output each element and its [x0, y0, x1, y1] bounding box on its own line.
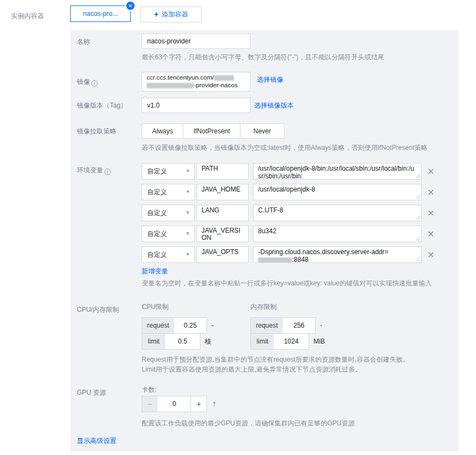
env-type-select[interactable]: 自定义 ▼ [142, 184, 195, 200]
gpu-count-input[interactable] [158, 396, 191, 412]
instance-container-form: 实例内容器 nacos-pro... ✕ +添加容器 名称 最长63个字符，只能… [0, 0, 476, 455]
cpu-limit-label: limit [142, 333, 166, 350]
redacted-text [214, 75, 234, 81]
resize-handle[interactable] [415, 173, 420, 178]
env-key-input[interactable]: PATH [197, 163, 249, 179]
name-label: 名称 [77, 37, 90, 47]
env-value-input[interactable]: 8u342 [253, 226, 422, 242]
env-value-input[interactable]: C.UTF-8 [253, 205, 422, 221]
container-tab-nacos-provider[interactable]: nacos-pro... [70, 5, 131, 22]
memory-unit: MiB [313, 333, 325, 350]
env-key-input[interactable]: LANG [197, 205, 249, 221]
remove-env-row-icon[interactable]: ✕ [427, 251, 434, 260]
memory-range-dash: - [320, 317, 322, 334]
add-env-var-link[interactable]: 新增变量 [142, 267, 168, 276]
resize-handle[interactable] [415, 256, 420, 261]
remove-env-row-icon[interactable]: ✕ [427, 230, 434, 239]
add-container-label: 添加容器 [162, 10, 188, 18]
env-value-input[interactable]: -Dspring.cloud.nacos.discovery.server-ad… [253, 246, 422, 263]
caret-down-icon: ▼ [186, 205, 190, 221]
info-icon: i [91, 80, 98, 87]
memory-limit-label: limit [250, 333, 275, 350]
redacted-text [147, 83, 194, 88]
pull-policy-hint: 若不设置镜像拉取策略，当镜像版本为空或:latest时，使用Always策略，否… [142, 143, 428, 153]
resources-hint-line1: Request用于预分配资源,当集群中的节点没有request所要求的资源数量时… [142, 355, 409, 364]
image-input[interactable]: ccr.ccs.tencentyun.com/-provider-nacos [142, 72, 250, 92]
redacted-text [258, 257, 292, 263]
caret-down-icon: ▼ [186, 184, 190, 200]
section-label: 实例内容器 [11, 12, 44, 21]
tag-label: 镜像版本（Tag） [77, 101, 127, 110]
gpu-count-label: 卡数: [142, 385, 156, 395]
plus-icon: + [154, 10, 158, 19]
caret-down-icon: ▼ [186, 164, 190, 179]
gpu-minus-button[interactable]: − [142, 396, 158, 412]
show-advanced-settings-link[interactable]: 显示高级设置 [77, 436, 116, 446]
tab-close-icon[interactable]: ✕ [125, 1, 136, 11]
cpu-request-input[interactable] [174, 317, 207, 334]
cpu-limit-input[interactable] [165, 333, 200, 350]
cpu-unit: 核 [205, 333, 211, 350]
name-input[interactable] [142, 33, 250, 49]
env-hint: 变量名为空时，在变量名称中粘贴一行或多行key=value或key: value… [142, 279, 432, 288]
remove-env-row-icon[interactable]: ✕ [427, 188, 434, 197]
gpu-hint: 配置该工作负载使用的最少GPU资源，请确保集群内已有足够的GPU资源 [142, 419, 355, 428]
pull-policy-label: 镜像拉取策略 [77, 127, 116, 136]
resources-label: CPU/内存限制 [77, 305, 119, 314]
select-image-link[interactable]: 选择镜像 [257, 75, 283, 85]
name-hint: 最长63个字符，只能包含小写字母、数字及分隔符("-")，且不能以分隔符开头或结… [142, 53, 384, 62]
policy-never-button[interactable]: Never [240, 123, 284, 139]
cpu-range-dash: - [211, 317, 214, 334]
container-settings-panel: 名称 最长63个字符，只能包含小写字母、数字及分隔符("-")，且不能以分隔符开… [70, 30, 458, 452]
memory-request-input[interactable] [283, 317, 316, 334]
env-type-select[interactable]: 自定义 ▼ [142, 226, 195, 242]
resize-handle[interactable] [415, 235, 420, 240]
cpu-request-label: request [142, 317, 175, 334]
env-type-select[interactable]: 自定义 ▼ [142, 205, 195, 221]
caret-down-icon: ▼ [186, 247, 190, 262]
resize-handle[interactable] [415, 194, 420, 199]
add-container-button[interactable]: +添加容器 [141, 7, 201, 23]
remove-env-row-icon[interactable]: ✕ [427, 167, 434, 176]
env-value-input[interactable]: /usr/local/openjdk-8/bin:/usr/local/sbin… [253, 163, 422, 179]
env-type-select[interactable]: 自定义 ▼ [142, 246, 195, 263]
select-tag-link[interactable]: 选择镜像版本 [254, 101, 294, 110]
caret-down-icon: ▼ [186, 226, 190, 241]
policy-ifnotpresent-button[interactable]: IfNotPresent [183, 123, 240, 139]
resize-handle[interactable] [415, 215, 420, 220]
policy-always-button[interactable]: Always [142, 123, 183, 139]
pull-policy-group: Always IfNotPresent Never [142, 123, 284, 139]
tag-input[interactable] [142, 98, 250, 113]
gpu-label: GPU 资源 [77, 388, 106, 397]
memory-limit-input[interactable] [274, 333, 309, 350]
env-key-input[interactable]: JAVA_HOME [197, 184, 249, 200]
resources-hint-line2: Limit用于设置容器使用资源的最大上限,避免异常情况下节点资源消耗过多。 [142, 365, 362, 374]
env-key-input[interactable]: JAVA_VERSION [197, 226, 249, 242]
memory-limit-title: 内存限制 [250, 302, 277, 312]
arrow-up-icon: ↑ [212, 396, 216, 412]
cpu-limit-title: CPU限制 [142, 302, 169, 312]
info-icon: i [104, 168, 111, 175]
env-type-select[interactable]: 自定义 ▼ [142, 163, 195, 179]
env-key-input[interactable]: JAVA_OPTS [197, 246, 249, 263]
memory-request-label: request [250, 317, 283, 334]
image-label: 镜像i [77, 77, 98, 87]
remove-env-row-icon[interactable]: ✕ [427, 209, 434, 218]
gpu-plus-button[interactable]: + [191, 396, 207, 412]
env-label: 环境变量i [77, 166, 111, 175]
env-value-input[interactable]: /usr/local/openjdk-8 [253, 184, 422, 200]
